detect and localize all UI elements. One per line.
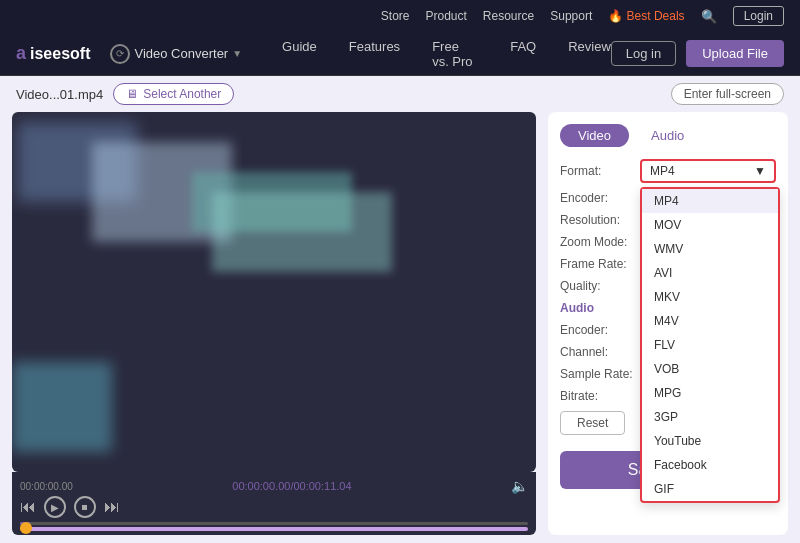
rewind-button[interactable]: ⏮ [20,498,36,516]
video-panel: 00:00:00.00 00:00:00.00/00:00:11.04 🔈 ⏮ … [12,112,536,535]
audio-tab[interactable]: Audio [633,124,702,147]
resource-link[interactable]: Resource [483,9,534,23]
blur-element-5 [12,362,112,452]
timeline-track [20,527,528,531]
support-link[interactable]: Support [550,9,592,23]
content-area: Video...01.mp4 🖥 Select Another Enter fu… [0,76,800,543]
top-login-button[interactable]: Login [733,6,784,26]
quality-label: Quality: [560,279,640,293]
upload-file-button[interactable]: Upload File [686,40,784,67]
reset-button[interactable]: Reset [560,411,625,435]
best-deals-link[interactable]: 🔥 Best Deals [608,9,684,23]
dropdown-item-youtube[interactable]: YouTube [642,429,778,453]
file-name-label: Video...01.mp4 [16,87,103,102]
faq-link[interactable]: FAQ [510,39,536,69]
format-dropdown-menu: MP4 MOV WMV AVI MKV M4V FLV VOB MPG 3GP … [640,187,780,503]
dropdown-item-3gp[interactable]: 3GP [642,405,778,429]
video-controls: 00:00:00.00 00:00:00.00/00:00:11.04 🔈 ⏮ … [12,472,536,535]
features-link[interactable]: Features [349,39,400,69]
dropdown-item-mp4[interactable]: MP4 [642,189,778,213]
encoder-label: Encoder: [560,191,640,205]
channel-label: Channel: [560,345,640,359]
guide-link[interactable]: Guide [282,39,317,69]
dropdown-item-flv[interactable]: FLV [642,333,778,357]
frame-rate-label: Frame Rate: [560,257,640,271]
progress-bar[interactable] [20,522,528,525]
main-navigation: a iseesoft ⟳ Video Converter ▼ Guide Fea… [0,32,800,76]
dropdown-item-vob[interactable]: VOB [642,357,778,381]
file-info: Video...01.mp4 🖥 Select Another [16,83,234,105]
product-link[interactable]: Product [426,9,467,23]
audio-section-label: Audio [560,301,640,315]
stop-button[interactable]: ⏹ [74,496,96,518]
app-name-button[interactable]: ⟳ Video Converter ▼ [110,44,242,64]
app-icon: ⟳ [110,44,130,64]
dropdown-item-mov[interactable]: MOV [642,213,778,237]
top-navigation: Store Product Resource Support 🔥 Best De… [0,0,800,32]
format-select-button[interactable]: MP4 ▼ [640,159,776,183]
tab-row: Video Audio [560,124,776,147]
chevron-down-icon: ▼ [232,48,242,59]
timestamp-label: 00:00:00.00 [20,481,73,492]
review-link[interactable]: Review [568,39,611,69]
dropdown-item-gif[interactable]: GIF [642,477,778,501]
format-label: Format: [560,164,640,178]
video-preview [12,112,536,472]
file-bar: Video...01.mp4 🖥 Select Another Enter fu… [0,76,800,112]
fire-icon: 🔥 [608,9,623,23]
bitrate-label: Bitrate: [560,389,640,403]
monitor-icon: 🖥 [126,87,138,101]
free-vs-pro-link[interactable]: Free vs. Pro [432,39,478,69]
format-value: MP4 [650,164,675,178]
format-select-wrapper: MP4 ▼ MP4 MOV WMV AVI MKV M4V FLV VOB MP… [640,159,776,183]
dropdown-item-mkv[interactable]: MKV [642,285,778,309]
timeline-handle[interactable] [20,522,32,534]
select-another-button[interactable]: 🖥 Select Another [113,83,234,105]
dropdown-item-avi[interactable]: AVI [642,261,778,285]
logo: a iseesoft [16,43,90,64]
dropdown-item-m4v[interactable]: M4V [642,309,778,333]
dropdown-arrow-icon: ▼ [754,164,766,178]
video-tab[interactable]: Video [560,124,629,147]
main-content: 00:00:00.00 00:00:00.00/00:00:11.04 🔈 ⏮ … [0,112,800,543]
audio-encoder-label: Encoder: [560,323,640,337]
blur-element-4 [212,192,392,272]
dropdown-item-facebook[interactable]: Facebook [642,453,778,477]
settings-panel: Video Audio Format: MP4 ▼ MP4 MOV WMV [548,112,788,535]
logo-a-letter: a [16,43,26,64]
format-row: Format: MP4 ▼ MP4 MOV WMV AVI MKV M4V F [560,159,776,183]
fullscreen-button[interactable]: Enter full-screen [671,83,784,105]
timeline[interactable] [20,527,528,531]
dropdown-item-mpg[interactable]: MPG [642,381,778,405]
dropdown-item-wmv[interactable]: WMV [642,237,778,261]
sample-rate-label: Sample Rate: [560,367,640,381]
volume-icon[interactable]: 🔈 [511,478,528,494]
resolution-label: Resolution: [560,213,640,227]
logo-text: iseesoft [30,45,90,63]
search-icon[interactable]: 🔍 [701,9,717,24]
main-login-button[interactable]: Log in [611,41,676,66]
zoom-mode-label: Zoom Mode: [560,235,640,249]
play-button[interactable]: ▶ [44,496,66,518]
video-blur-overlay [12,112,536,472]
store-link[interactable]: Store [381,9,410,23]
time-display: 00:00:00.00/00:00:11.04 [232,480,351,492]
fast-forward-button[interactable]: ⏭ [104,498,120,516]
nav-actions: Log in Upload File [611,40,784,67]
nav-links: Guide Features Free vs. Pro FAQ Review [282,39,611,69]
app-name-label: Video Converter [134,46,228,61]
